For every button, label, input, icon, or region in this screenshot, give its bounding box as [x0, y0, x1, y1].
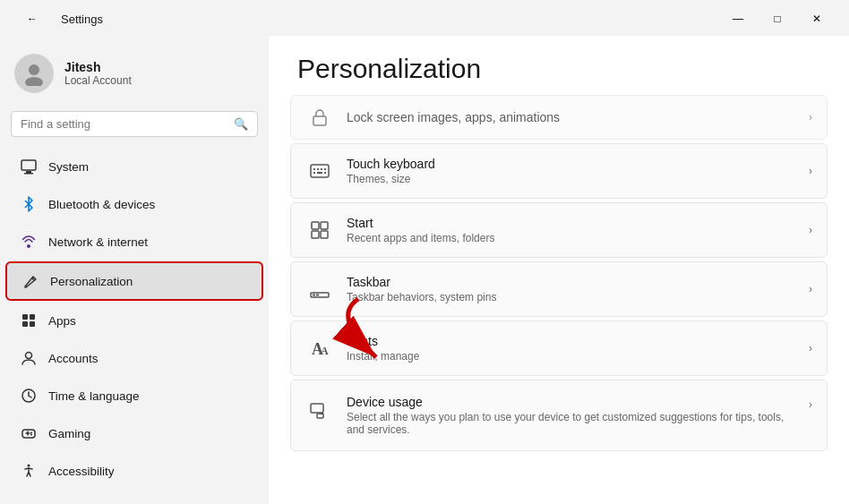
- apps-label: Apps: [48, 314, 76, 328]
- search-box[interactable]: 🔍: [11, 111, 258, 137]
- svg-rect-25: [321, 222, 328, 229]
- title-bar: ← Settings — □ ✕: [0, 0, 849, 36]
- nav-item-apps[interactable]: Apps: [5, 303, 263, 338]
- settings-item-fonts[interactable]: AA Fonts Install, manage ›: [290, 320, 828, 376]
- svg-rect-19: [321, 168, 322, 170]
- fonts-chevron: ›: [809, 342, 812, 355]
- apps-icon: [20, 312, 38, 329]
- user-profile[interactable]: Jitesh Local Account: [0, 43, 269, 107]
- nav-item-system[interactable]: System: [5, 149, 263, 184]
- fonts-subtitle: Install, manage: [347, 350, 796, 363]
- device-usage-text: Device usage Select all the ways you pla…: [347, 395, 796, 436]
- start-chevron: ›: [809, 224, 812, 236]
- nav-item-bluetooth[interactable]: Bluetooth & devices: [5, 186, 263, 222]
- sidebar: Jitesh Local Account 🔍 System Bluetooth …: [0, 36, 269, 504]
- svg-rect-18: [317, 168, 319, 170]
- svg-rect-23: [324, 172, 326, 174]
- device-usage-icon: [305, 397, 334, 425]
- touch-keyboard-title: Touch keyboard: [347, 157, 796, 171]
- svg-rect-24: [312, 222, 319, 229]
- settings-item-taskbar[interactable]: Taskbar Taskbar behaviors, system pins ›: [290, 261, 828, 317]
- personalization-icon: [21, 272, 39, 290]
- svg-rect-7: [22, 321, 28, 327]
- svg-rect-34: [311, 404, 323, 413]
- maximize-icon: □: [774, 13, 780, 25]
- app-title: Settings: [61, 13, 103, 26]
- nav-item-gaming[interactable]: Gaming: [5, 415, 263, 451]
- taskbar-subtitle: Taskbar behaviors, system pins: [347, 291, 796, 303]
- settings-item-device-usage[interactable]: Device usage Select all the ways you pla…: [290, 380, 828, 451]
- content-area: Personalization Lock screen images, apps…: [269, 36, 849, 504]
- settings-item-touch-keyboard[interactable]: Touch keyboard Themes, size ›: [290, 143, 828, 199]
- time-label: Time & language: [48, 389, 140, 403]
- svg-rect-3: [26, 171, 31, 173]
- svg-point-1: [25, 77, 43, 86]
- network-label: Network & internet: [48, 235, 148, 249]
- svg-rect-22: [317, 172, 322, 174]
- touch-keyboard-subtitle: Themes, size: [347, 173, 796, 185]
- settings-item-start[interactable]: Start Recent apps and items, folders ›: [290, 202, 828, 258]
- content-header: Personalization: [269, 36, 849, 95]
- settings-list: Lock screen images, apps, animations › T…: [269, 95, 849, 476]
- window-controls: — □ ✕: [720, 6, 835, 31]
- lock-screen-title: Lock screen images, apps, animations: [347, 110, 796, 124]
- svg-point-12: [30, 432, 32, 434]
- fonts-title: Fonts: [347, 334, 796, 348]
- search-icon: 🔍: [234, 117, 248, 131]
- page-title: Personalization: [297, 54, 820, 84]
- close-icon: ✕: [812, 13, 821, 25]
- svg-rect-30: [313, 295, 315, 296]
- settings-item-lock-screen[interactable]: Lock screen images, apps, animations ›: [290, 95, 828, 140]
- main-layout: Jitesh Local Account 🔍 System Bluetooth …: [0, 36, 849, 504]
- bluetooth-label: Bluetooth & devices: [48, 198, 155, 211]
- nav-item-network[interactable]: Network & internet: [5, 224, 263, 260]
- touch-keyboard-icon: [305, 157, 334, 185]
- touch-keyboard-text: Touch keyboard Themes, size: [347, 157, 796, 185]
- nav-item-accessibility[interactable]: Accessibility: [5, 453, 263, 489]
- user-name: Jitesh: [64, 60, 132, 74]
- nav-item-personalization[interactable]: Personalization: [5, 261, 263, 301]
- gaming-label: Gaming: [48, 427, 90, 440]
- nav-item-time[interactable]: Time & language: [5, 378, 263, 414]
- minimize-icon: —: [733, 13, 743, 25]
- svg-rect-4: [24, 173, 33, 175]
- svg-rect-36: [320, 413, 323, 414]
- svg-rect-20: [324, 168, 326, 170]
- bluetooth-icon: [20, 195, 38, 213]
- back-button[interactable]: ←: [14, 6, 50, 31]
- minimize-button[interactable]: —: [720, 6, 756, 31]
- lock-screen-text: Lock screen images, apps, animations: [347, 110, 796, 124]
- svg-rect-5: [22, 314, 28, 320]
- nav-item-accounts[interactable]: Accounts: [5, 340, 263, 376]
- gaming-icon: [20, 424, 38, 442]
- svg-rect-21: [313, 172, 315, 174]
- accounts-label: Accounts: [48, 352, 99, 365]
- search-input[interactable]: [21, 117, 227, 131]
- system-icon: [20, 158, 38, 175]
- svg-rect-15: [313, 116, 326, 125]
- accounts-icon: [20, 349, 38, 367]
- taskbar-title: Taskbar: [347, 275, 796, 289]
- network-icon: [20, 233, 38, 251]
- maximize-button[interactable]: □: [759, 6, 795, 31]
- back-icon: ←: [27, 13, 38, 25]
- taskbar-icon: [305, 275, 334, 303]
- start-title: Start: [347, 216, 796, 230]
- lock-screen-chevron: ›: [809, 111, 812, 124]
- device-usage-title: Device usage: [347, 395, 796, 409]
- title-bar-left: ← Settings: [14, 6, 103, 31]
- svg-point-0: [29, 64, 39, 75]
- close-button[interactable]: ✕: [799, 6, 835, 31]
- svg-rect-8: [30, 321, 35, 327]
- taskbar-text: Taskbar Taskbar behaviors, system pins: [347, 275, 796, 303]
- start-subtitle: Recent apps and items, folders: [347, 232, 796, 244]
- svg-text:A: A: [321, 345, 329, 357]
- start-text: Start Recent apps and items, folders: [347, 216, 796, 244]
- svg-rect-6: [30, 314, 35, 320]
- avatar: [14, 54, 54, 93]
- personalization-label: Personalization: [50, 275, 133, 288]
- svg-rect-2: [21, 160, 36, 170]
- svg-rect-26: [312, 231, 319, 238]
- start-icon: [305, 216, 334, 244]
- svg-rect-17: [313, 168, 315, 170]
